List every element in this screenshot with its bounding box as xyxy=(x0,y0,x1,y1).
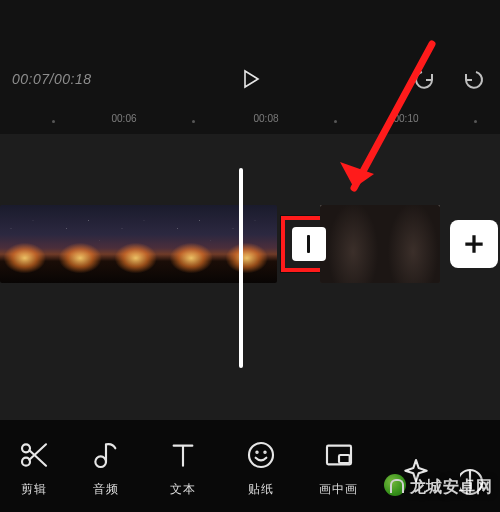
clip-frame xyxy=(0,205,55,283)
clip-row xyxy=(0,205,500,283)
text-t-icon xyxy=(167,439,199,471)
tool-sticker[interactable]: 贴纸 xyxy=(227,432,295,498)
video-editor-app: 00:07/00:18 00:06 00:08 00:10 xyxy=(0,0,500,512)
play-button[interactable] xyxy=(235,64,265,94)
tool-label: 音频 xyxy=(93,481,119,498)
tool-cut[interactable]: 剪辑 xyxy=(6,432,62,498)
add-clip-button[interactable] xyxy=(450,220,498,268)
tool-effect[interactable] xyxy=(382,432,450,498)
ruler-label: 00:10 xyxy=(393,113,418,124)
redo-button[interactable] xyxy=(460,65,488,93)
ruler-label: 00:06 xyxy=(111,113,136,124)
tool-text[interactable]: 文本 xyxy=(149,432,217,498)
smiley-icon xyxy=(245,439,277,471)
transition-icon xyxy=(307,235,310,253)
redo-icon xyxy=(462,67,486,91)
svg-point-7 xyxy=(264,452,265,453)
undo-icon xyxy=(412,67,436,91)
tool-more[interactable] xyxy=(460,432,494,498)
svg-point-6 xyxy=(256,452,257,453)
svg-point-5 xyxy=(249,443,273,467)
scissors-icon xyxy=(18,439,50,471)
ruler-label: 00:08 xyxy=(253,113,278,124)
ruler-tick xyxy=(334,120,337,123)
tool-audio[interactable]: 音频 xyxy=(72,432,140,498)
clip-frame xyxy=(320,205,380,283)
ruler-tick xyxy=(192,120,195,123)
timeline-ruler[interactable]: 00:06 00:08 00:10 xyxy=(0,108,500,134)
clip-timeline[interactable] xyxy=(0,205,500,283)
clip-frame xyxy=(166,205,221,283)
clip-frame xyxy=(55,205,110,283)
svg-point-4 xyxy=(95,456,106,467)
player-bar: 00:07/00:18 xyxy=(0,44,500,114)
timecode: 00:07/00:18 xyxy=(12,71,91,87)
svg-rect-9 xyxy=(339,455,350,463)
ruler-tick xyxy=(474,120,477,123)
plus-icon xyxy=(461,231,487,257)
sparkle-icon xyxy=(400,456,432,488)
tool-label: 画中画 xyxy=(319,481,358,498)
transition-button[interactable] xyxy=(292,227,326,261)
play-icon xyxy=(238,67,262,91)
history-controls xyxy=(410,65,488,93)
tool-label: 贴纸 xyxy=(248,481,274,498)
clip-frame xyxy=(380,205,440,283)
clip-frame xyxy=(111,205,166,283)
playhead[interactable] xyxy=(239,168,243,368)
tool-label: 剪辑 xyxy=(21,481,47,498)
pip-icon xyxy=(323,439,355,471)
bottom-toolbar: 剪辑 音频 文本 贴纸 画中画 xyxy=(0,420,500,512)
clip-frame xyxy=(222,205,277,283)
tool-label: 文本 xyxy=(170,481,196,498)
clip-a[interactable] xyxy=(0,205,277,283)
undo-button[interactable] xyxy=(410,65,438,93)
clip-b[interactable] xyxy=(320,205,440,283)
ruler-tick xyxy=(52,120,55,123)
adjust-icon xyxy=(460,466,486,498)
tool-pip[interactable]: 画中画 xyxy=(305,432,373,498)
music-note-icon xyxy=(90,439,122,471)
